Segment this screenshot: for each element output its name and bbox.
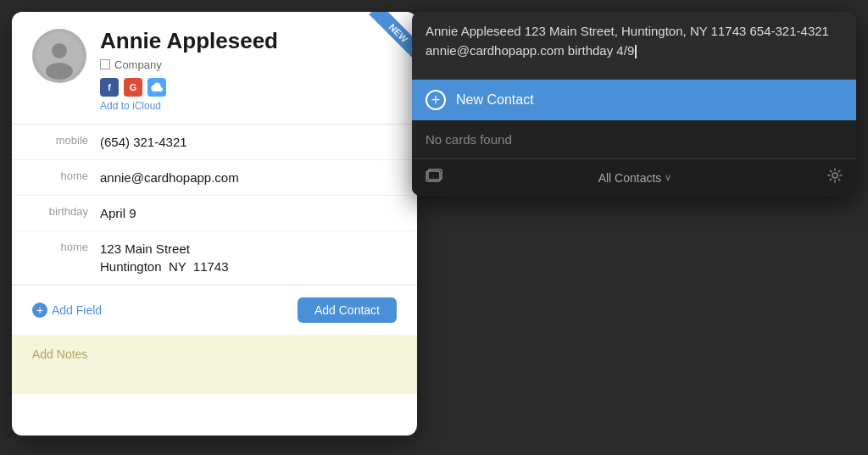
contact-card: Annie Appleseed Company f G Add to iClou…: [12, 12, 417, 436]
field-value-address: 123 Main StreetHuntington NY 11743: [100, 240, 229, 275]
cards-stack-icon: [426, 168, 442, 187]
all-contacts-button[interactable]: All Contacts ∨: [598, 171, 672, 185]
add-field-icon: +: [32, 302, 47, 318]
add-to-icloud-link[interactable]: Add to iCloud: [100, 100, 397, 112]
all-contacts-label: All Contacts: [598, 171, 662, 185]
company-row: Company: [100, 58, 397, 71]
company-label: Company: [114, 58, 162, 71]
notes-placeholder: Add Notes: [32, 347, 87, 361]
dark-panel: Annie Appleseed 123 Main Street, Hunting…: [412, 12, 856, 196]
search-text: Annie Appleseed 123 Main Street, Hunting…: [426, 22, 843, 60]
field-value-birthday: April 9: [100, 204, 136, 222]
field-row-email: home annie@cardhopapp.com: [12, 160, 417, 196]
field-value-mobile: (654) 321-4321: [100, 133, 187, 151]
field-row-birthday: birthday April 9: [12, 196, 417, 231]
no-cards-message: No cards found: [412, 120, 856, 158]
add-contact-button[interactable]: Add Contact: [298, 297, 397, 323]
add-field-button[interactable]: + Add Field: [32, 302, 102, 318]
new-contact-row[interactable]: + New Contact: [412, 80, 856, 120]
field-label-mobile: mobile: [32, 133, 100, 147]
fields-section: mobile (654) 321-4321 home annie@cardhop…: [12, 125, 417, 285]
field-row-mobile: mobile (654) 321-4321: [12, 125, 417, 160]
svg-point-1: [52, 43, 67, 58]
add-field-label: Add Field: [52, 303, 102, 317]
icloud-icon[interactable]: [147, 78, 166, 97]
toolbar-left: [426, 168, 442, 187]
text-cursor: [635, 45, 637, 58]
google-icon[interactable]: G: [124, 78, 142, 97]
card-footer: + Add Field Add Contact: [12, 285, 417, 335]
gear-icon[interactable]: [827, 168, 843, 187]
search-text-content: Annie Appleseed 123 Main Street, Hunting…: [426, 24, 829, 58]
facebook-icon[interactable]: f: [100, 78, 119, 97]
field-label-email: home: [32, 169, 100, 182]
field-row-address: home 123 Main StreetHuntington NY 11743: [12, 231, 417, 285]
svg-point-5: [832, 173, 837, 178]
avatar: [32, 29, 86, 83]
dark-toolbar: All Contacts ∨: [412, 158, 856, 196]
new-contact-label: New Contact: [456, 92, 534, 108]
new-contact-plus-icon: +: [426, 90, 446, 110]
chevron-down-icon: ∨: [665, 172, 671, 183]
social-icons: f G: [100, 78, 397, 97]
card-header: Annie Appleseed Company f G Add to iClou…: [12, 12, 417, 125]
field-label-address: home: [32, 240, 100, 253]
no-cards-text: No cards found: [426, 132, 512, 147]
contact-name: Annie Appleseed: [100, 29, 397, 53]
svg-point-2: [46, 63, 73, 80]
notes-area[interactable]: Add Notes: [12, 335, 417, 394]
company-checkbox[interactable]: [100, 59, 110, 69]
header-info: Annie Appleseed Company f G Add to iClou…: [100, 29, 397, 112]
search-input-area[interactable]: Annie Appleseed 123 Main Street, Hunting…: [412, 12, 856, 80]
field-label-birthday: birthday: [32, 204, 100, 218]
field-value-email: annie@cardhopapp.com: [100, 169, 239, 186]
